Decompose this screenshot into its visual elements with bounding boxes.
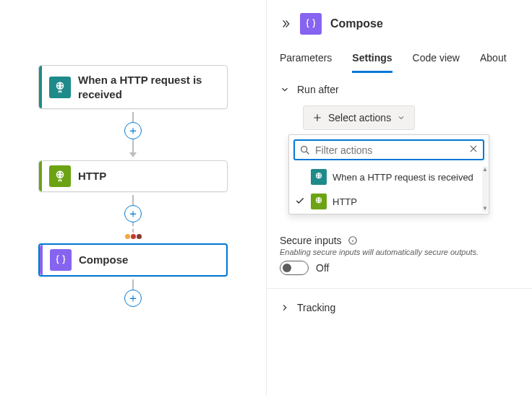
node-trigger[interactable]: When a HTTP request is received	[38, 65, 228, 109]
run-after-toggle[interactable]: Run after	[280, 84, 519, 95]
tab-about[interactable]: About	[480, 45, 507, 73]
run-after-status-dots	[125, 234, 142, 239]
add-action-button[interactable]: ＋	[124, 122, 142, 139]
globe-plug-icon	[311, 169, 327, 185]
globe-plug-icon	[49, 165, 71, 187]
close-icon	[468, 144, 479, 154]
select-actions-label: Select actions	[328, 112, 391, 123]
node-accent	[39, 161, 42, 191]
tab-parameters[interactable]: Parameters	[280, 45, 332, 73]
tracking-title: Tracking	[297, 302, 335, 313]
node-accent	[39, 66, 42, 108]
chevron-right-icon	[280, 303, 290, 313]
scroll-up-icon: ▲	[482, 166, 488, 173]
globe-plug-icon	[311, 194, 327, 209]
tracking-toggle[interactable]: Tracking	[267, 289, 532, 326]
secure-inputs-toggle[interactable]	[280, 261, 309, 275]
dropdown-option-label: HTTP	[332, 196, 357, 207]
dropdown-scrollbar[interactable]: ▲ ▼	[482, 166, 488, 212]
clear-search-button[interactable]	[468, 144, 479, 156]
node-label: HTTP	[78, 162, 227, 191]
node-label: Compose	[79, 246, 226, 274]
chevron-down-icon	[280, 84, 290, 95]
secure-inputs-state: Off	[316, 262, 329, 274]
filter-actions-input[interactable]	[315, 144, 464, 156]
node-compose[interactable]: Compose	[38, 243, 228, 277]
dropdown-option-label: When a HTTP request is received	[332, 172, 473, 183]
plus-icon	[312, 113, 322, 123]
node-http[interactable]: HTTP	[38, 160, 228, 192]
svg-point-2	[301, 146, 307, 152]
chevron-double-right-icon	[280, 18, 291, 30]
globe-plug-icon	[49, 77, 71, 98]
tab-settings[interactable]: Settings	[352, 45, 392, 73]
secure-inputs-description: Enabling secure inputs will automaticall…	[280, 248, 519, 256]
chevron-down-icon	[397, 113, 406, 122]
info-icon[interactable]	[348, 235, 358, 246]
panel-title: Compose	[330, 17, 383, 30]
connector: ＋	[0, 279, 266, 307]
add-action-button[interactable]: ＋	[124, 205, 142, 222]
run-after-title: Run after	[297, 84, 339, 95]
node-label: When a HTTP request is received	[78, 66, 227, 108]
node-accent	[40, 245, 43, 275]
secure-inputs-section: Secure inputs Enabling secure inputs wil…	[267, 223, 532, 289]
actions-dropdown: When a HTTP request is received HTTP ▲ ▼	[288, 134, 489, 214]
add-action-button[interactable]: ＋	[124, 290, 142, 307]
secure-inputs-label: Secure inputs	[280, 235, 342, 246]
run-after-section: Run after Select actions When a HTTP	[267, 74, 532, 223]
connector: ＋	[0, 195, 266, 240]
connector: ＋	[0, 112, 266, 157]
search-icon	[299, 144, 311, 156]
panel-header: Compose	[267, 0, 532, 45]
dropdown-option-trigger[interactable]: When a HTTP request is received	[289, 165, 481, 189]
select-actions-button[interactable]: Select actions	[303, 105, 415, 130]
scroll-down-icon: ▼	[482, 205, 488, 212]
tab-bar: Parameters Settings Code view About	[267, 45, 532, 74]
braces-icon	[50, 249, 72, 271]
dropdown-option-http[interactable]: HTTP	[289, 189, 481, 214]
braces-icon	[300, 13, 322, 35]
details-panel: Compose Parameters Settings Code view Ab…	[266, 0, 532, 395]
tab-code-view[interactable]: Code view	[413, 45, 460, 73]
check-icon	[295, 196, 305, 208]
collapse-panel-button[interactable]	[280, 18, 291, 30]
workflow-canvas: When a HTTP request is received ＋ HTTP ＋…	[0, 0, 266, 395]
filter-actions-search[interactable]	[293, 139, 484, 160]
